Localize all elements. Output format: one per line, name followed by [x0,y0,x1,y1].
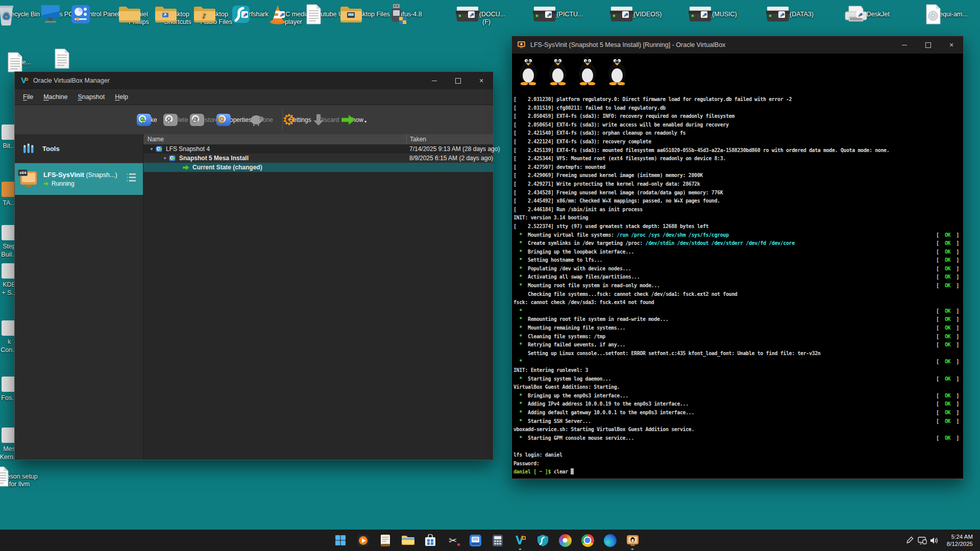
taskbar-icon-edge[interactable] [599,530,621,551]
shortcut-arrow-badge: ↗ [241,11,248,18]
taskbar-icon-chrome[interactable] [576,530,599,551]
menu-snapshot[interactable]: Snapshot [72,91,110,103]
desktop-icon-ld-pictu[interactable]: ↗LD_(PICTU... [545,3,583,18]
console-line: [ 2.429069] Freeing unused kernel image … [513,171,963,180]
taskbar-icon-start[interactable] [329,530,352,551]
console-line: * Starting GPM console mouse service...[… [513,434,963,443]
vbm-title: Oracle VirtualBox Manager [33,77,110,84]
desktop-icon-item[interactable] [42,51,81,59]
ok-status-badge: [ OK ] [936,409,959,417]
taskbar-icon-snipping-tool[interactable]: ✂ [442,530,464,551]
toolbar-take-button[interactable]: + Take [138,116,163,123]
console-line: [ 2.522374] stty (97) used greatest stac… [513,222,963,231]
desktop-icon-hp-deskjet[interactable]: ↗HP DeskJet [853,3,892,18]
snapshot-row-snapshot-5-mesa-install[interactable]: ▾ Snapshot 5 Mesa Install 8/9/2025 6:15 … [143,154,493,163]
console-line: [ 2.031230] platform regulatory.0: Direc… [513,95,963,104]
taskbar-icon-notepad[interactable] [374,530,397,551]
tux-penguin-logo [547,56,569,85]
shortcut-arrow-badge: ↗ [778,11,785,18]
console-line: INIT: Entering runlevel: 3 [513,366,963,375]
taskbar-icon-virtualbox[interactable] [509,530,531,551]
snapshot-pane: Name Taken ▾ LFS Snapshot 4 7/14/2025 9:… [143,134,493,460]
vm-name-block: LFS-SysVinit (Snapsh...) Running [43,170,117,188]
console-line: *[ OK ] [513,358,963,366]
vmw-titlebar[interactable]: LFS-SysVinit (Snapshot 5 Mesa Install) [… [512,36,963,54]
desktop-icon-ld-music[interactable]: ↗LD_(MUSIC) [699,3,738,18]
toolbar-properties-button[interactable]: ⚙ Properties [224,116,249,123]
vm-list-menu-icon[interactable] [126,172,137,185]
desktop-icon-recycle-bin[interactable]: ♻Recycle Bin [4,3,42,18]
arch-badge: x64 [18,169,28,176]
taskbar-icon-microsoft-store[interactable] [419,530,442,551]
vbm-titlebar[interactable]: Oracle VirtualBox Manager ✕ [15,72,493,89]
menu-machine[interactable]: Machine [38,91,72,103]
column-name: Name [143,136,164,143]
ok-status-badge: [ OK ] [936,239,959,248]
taskbar-icon-photos[interactable] [554,530,576,551]
clock-time: 5:24 AM [947,533,973,540]
taskbar-clock[interactable]: 5:24 AM 8/12/2025 [942,533,977,547]
ok-status-badge: [ OK ] [936,341,959,349]
desktop-icon-ld-data3[interactable]: ↗LD_(DATA3) [776,3,815,18]
console-line: * Setting hostname to lfs...[ OK ] [513,256,963,265]
tray-cast-icon[interactable] [916,530,928,551]
console-line: [ 2.050654] EXT4-fs (sda3): write access… [513,121,963,130]
vbm-toolbar: + Take ✕ Delete ↺ Restore ⚙ Properties C… [15,105,493,135]
minimize-button[interactable] [423,72,446,89]
snapshot-name: LFS Snapshot 4 [166,145,210,153]
sidebar-item-tools[interactable]: Tools [15,134,143,163]
console-line: [ 2.031519] cfg80211: failed to load reg… [513,104,963,113]
menu-file[interactable]: File [18,91,38,103]
desktop-icon-livequi-am[interactable]: livequi-am... [931,3,970,18]
desktop-icon-control-panel[interactable]: Control Panel [81,3,119,18]
maximize-button[interactable] [446,72,470,89]
tray-pen-icon[interactable] [904,530,916,551]
ok-status-badge: [ OK ] [936,358,959,366]
tray-volume-icon[interactable] [928,530,941,551]
shortcut-arrow-badge: ↗ [622,11,629,18]
vm-maximize-button[interactable] [916,36,940,54]
desktop-icon-desktop-files[interactable]: Desktop Files [351,3,390,18]
console-line [513,442,963,451]
console-line: * Bringing up the enp0s3 interface...[ O… [513,392,963,400]
console-line: Password: [513,460,963,468]
console-line: [ 2.429271] Write protecting the kernel … [513,180,963,189]
console-screen[interactable]: [ 2.031230] platform regulatory.0: Direc… [512,54,963,479]
tools-icon [22,142,35,155]
desktop-icon-ld-docu-f[interactable]: ↗LD_(DOCU... (F) [467,3,506,26]
desktop-icon-desktop-audio-files[interactable]: ♪Desktop Audio Files [197,3,236,26]
desktop-icon-daniel-phillips[interactable]: Daniel Phillips [119,3,158,26]
shortcut-arrow-badge: ↗ [468,11,475,18]
vm-minimize-button[interactable] [893,36,916,54]
running-indicator [519,548,522,550]
console-line: lfs login: daniel [513,451,963,460]
taskbar-icon-surfshark[interactable] [531,530,554,551]
console-line: * Retrying failed uevents, if any...[ OK… [513,341,963,349]
snapshot-row-current-state-changed[interactable]: Current State (changed) [143,163,493,172]
console-line: fsck: cannot check /dev/sda3: fsck.ext4 … [513,298,963,307]
menu-help[interactable]: Help [110,91,133,103]
taskbar-icon-calculator[interactable] [486,530,509,551]
console-line: * Populating /dev with device nodes...[ … [513,265,963,273]
desktop-icon-the[interactable]: The... [4,51,42,66]
console-line: * Cleaning file systems: /tmp[ OK ] [513,333,963,341]
desktop-icon-meson-setup-for-llvm[interactable]: meson setup for llvm [0,465,39,488]
desktop-icon-ld-videos[interactable]: ↗LD_(VIDEOS) [622,3,660,18]
vm-close-button[interactable]: ✕ [940,36,963,54]
snapshot-row-lfs-snapshot-4[interactable]: ▾ LFS Snapshot 4 7/14/2025 9:13 AM (28 d… [143,144,493,154]
taskbar-icon-virtualbox-vm[interactable] [621,530,644,551]
virtualbox-manager-window: Oracle VirtualBox Manager ✕ FileMachineS… [14,71,494,460]
console-line: * Starting system log daemon...[ OK ] [513,375,963,384]
toolbar-settings-button[interactable]: ⚙ Settings [287,116,313,123]
toolbar-show-button[interactable]: Show ▾ [345,116,370,124]
desktop-icon-rufus-4-8[interactable]: rufus-4.8 [390,3,429,18]
shortcut-arrow-badge: ↗ [701,11,707,18]
ok-status-badge: [ OK ] [936,392,959,400]
taskbar-icon-scanner[interactable] [464,530,486,551]
taskbar-icon-file-explorer[interactable] [397,530,419,551]
taskbar-icon-media-player[interactable] [352,530,374,551]
desktop: ♻Recycle Bin This PC Control Panel Danie… [0,0,980,551]
desktop-icon-desktop-shortcuts[interactable]: Desktop Shortcuts [158,3,197,26]
vm-list-item[interactable]: x64 LFS-SysVinit (Snapsh...) Running [15,163,143,195]
close-button[interactable]: ✕ [470,72,493,89]
